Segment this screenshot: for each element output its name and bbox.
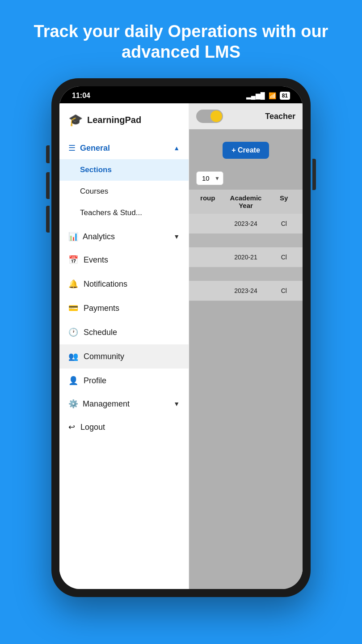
logout-label: Logout xyxy=(80,423,105,432)
analytics-label: Analytics xyxy=(83,232,115,242)
sidebar-item-community[interactable]: 👥 Community xyxy=(59,344,189,369)
community-label: Community xyxy=(84,352,124,361)
table-row: 2020-21 Cl xyxy=(189,247,303,267)
management-chevron-icon: ▼ xyxy=(173,400,180,407)
silent-button xyxy=(46,145,50,163)
app-content: 🎓 LearningPad ☰ General ▲ Sections Cours… xyxy=(59,103,303,589)
profile-label: Profile xyxy=(84,376,106,386)
toggle-knob xyxy=(210,110,222,122)
nav-analytics-header[interactable]: 📊 Analytics ▼ xyxy=(59,225,189,248)
community-icon: 👥 xyxy=(68,352,78,361)
wifi-icon: 📶 xyxy=(269,92,276,99)
table-header: roup AcademicYear Sy xyxy=(189,190,303,214)
volume-down-button xyxy=(46,206,50,233)
cell-sy-1: Cl xyxy=(273,220,296,227)
sidebar-header: 🎓 LearningPad xyxy=(59,103,189,135)
app-logo-icon: 🎓 xyxy=(68,113,83,127)
sidebar-item-courses[interactable]: Courses xyxy=(59,181,189,202)
logout-icon: ↩ xyxy=(68,422,75,432)
status-time: 11:04 xyxy=(72,92,90,100)
status-icons: ▂▄▆█ 📶 81 xyxy=(246,92,290,100)
sidebar-item-profile[interactable]: 👤 Profile xyxy=(59,369,189,393)
col-header-academic-year: AcademicYear xyxy=(223,194,269,209)
sidebar-item-schedule[interactable]: 🕐 Schedule xyxy=(59,320,189,344)
volume-up-button xyxy=(46,172,50,199)
sidebar-item-events[interactable]: 📅 Events xyxy=(59,248,189,272)
analytics-icon: 📊 xyxy=(68,232,78,242)
table-divider-1 xyxy=(189,234,303,247)
table-row: 2023-24 Cl xyxy=(189,281,303,301)
management-label: Management xyxy=(83,399,130,409)
phone-screen: 11:04 ▂▄▆█ 📶 81 🎓 LearningPad xyxy=(59,86,303,589)
cell-sy-3: Cl xyxy=(273,287,296,294)
management-icon: ⚙️ xyxy=(68,399,78,409)
table-row: 2023-24 Cl xyxy=(189,214,303,234)
sidebar-item-teachers[interactable]: Teachers & Stud... xyxy=(59,202,189,224)
col-header-group: roup xyxy=(196,194,219,209)
teacher-label: Teacher xyxy=(265,112,295,121)
nav-general-left: ☰ General xyxy=(68,143,110,153)
cell-year-2: 2020-21 xyxy=(223,254,269,261)
nav-general-header[interactable]: ☰ General ▲ xyxy=(59,137,189,159)
sidebar-item-sections[interactable]: Sections xyxy=(59,159,189,181)
profile-icon: 👤 xyxy=(68,376,78,386)
main-header: Teacher xyxy=(189,103,303,129)
cell-sy-2: Cl xyxy=(273,254,296,261)
schedule-label: Schedule xyxy=(84,328,117,337)
hero-title: Track your daily Operations with our adv… xyxy=(0,0,362,78)
list-icon: ☰ xyxy=(68,143,76,153)
theme-toggle[interactable] xyxy=(196,110,223,123)
app-name: LearningPad xyxy=(87,115,141,125)
create-button[interactable]: + Create xyxy=(223,142,269,159)
phone-frame: 11:04 ▂▄▆█ 📶 81 🎓 LearningPad xyxy=(51,78,311,597)
general-chevron-icon: ▲ xyxy=(173,144,180,152)
sidebar: 🎓 LearningPad ☰ General ▲ Sections Cours… xyxy=(59,103,189,589)
page-size-wrapper: 10 25 50 ▼ xyxy=(196,171,223,185)
select-arrow-icon: ▼ xyxy=(215,175,220,182)
nav-analytics-left: 📊 Analytics xyxy=(68,232,115,242)
main-content: Teacher + Create 10 25 50 ▼ xyxy=(189,103,303,589)
nav-management-header[interactable]: ⚙️ Management ▼ xyxy=(59,393,189,415)
sidebar-item-notifications[interactable]: 🔔 Notifications xyxy=(59,272,189,296)
signal-icon: ▂▄▆█ xyxy=(246,92,265,99)
payments-label: Payments xyxy=(84,304,119,313)
general-label: General xyxy=(80,144,110,153)
power-button xyxy=(312,159,316,190)
events-icon: 📅 xyxy=(68,255,78,265)
notifications-icon: 🔔 xyxy=(68,279,78,289)
nav-general-section: ☰ General ▲ Sections Courses Teachers & … xyxy=(59,135,189,225)
status-bar: 11:04 ▂▄▆█ 📶 81 xyxy=(59,86,303,103)
cell-group-3 xyxy=(196,287,219,294)
cell-group-1 xyxy=(196,220,219,227)
payments-icon: 💳 xyxy=(68,303,78,313)
cell-year-3: 2023-24 xyxy=(223,287,269,294)
events-label: Events xyxy=(84,255,108,265)
nav-management-left: ⚙️ Management xyxy=(68,399,130,409)
sidebar-item-payments[interactable]: 💳 Payments xyxy=(59,296,189,320)
create-button-row: + Create xyxy=(189,129,303,171)
analytics-chevron-icon: ▼ xyxy=(173,233,180,240)
cell-year-1: 2023-24 xyxy=(223,220,269,227)
battery-icon: 81 xyxy=(280,92,290,100)
sidebar-item-logout[interactable]: ↩ Logout xyxy=(59,415,189,439)
col-header-sy: Sy xyxy=(273,194,296,209)
table-controls: 10 25 50 ▼ xyxy=(189,171,303,185)
schedule-icon: 🕐 xyxy=(68,327,78,337)
table-divider-2 xyxy=(189,267,303,281)
notifications-label: Notifications xyxy=(84,280,127,289)
cell-group-2 xyxy=(196,254,219,261)
